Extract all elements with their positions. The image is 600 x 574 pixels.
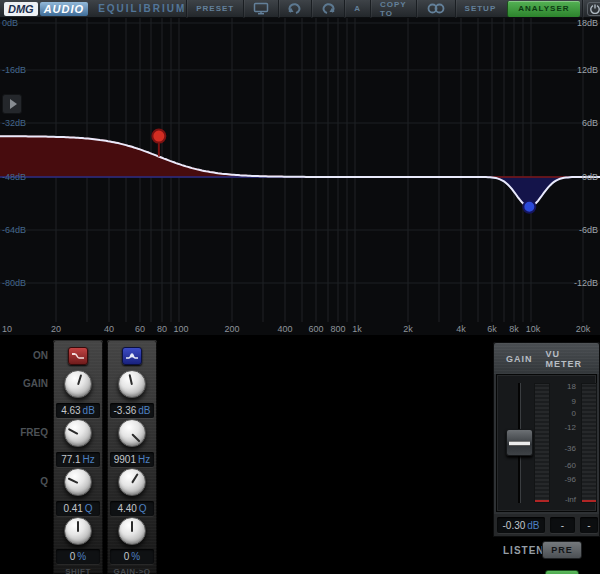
- power-button[interactable]: [582, 0, 600, 18]
- knob-pointer: [77, 374, 82, 385]
- band2-freq-value[interactable]: 9901Hz: [110, 452, 154, 467]
- setup-button[interactable]: SETUP: [455, 0, 506, 18]
- meter-scale-label: 9: [546, 397, 576, 406]
- band2-footer-label: GAIN->Q: [107, 567, 157, 574]
- notch-band-fill: [0, 177, 600, 207]
- band2-shift-knob[interactable]: [118, 517, 146, 545]
- copy-to-button[interactable]: COPY TO: [370, 0, 416, 18]
- band2-handle[interactable]: [523, 201, 535, 213]
- freq-tick-label: 80: [157, 324, 167, 334]
- freq-tick-label: 1k: [352, 324, 362, 334]
- knob-pointer: [77, 521, 79, 532]
- channel-link-icon[interactable]: [416, 0, 455, 18]
- knob-pointer: [131, 521, 133, 532]
- preset-button[interactable]: PRESET: [186, 0, 243, 18]
- meter-scale-label: 0: [546, 409, 576, 418]
- left-db-label: -32dB: [2, 118, 26, 128]
- left-db-label: -16dB: [2, 65, 26, 75]
- freq-tick-label: 800: [330, 324, 345, 334]
- redo-icon[interactable]: [311, 0, 344, 18]
- power-icon: [587, 2, 600, 16]
- band1-strip: 4.63dB 77.1Hz 0.41Q 0% SHIFT: [53, 340, 103, 574]
- bypass-green-button[interactable]: [545, 570, 579, 574]
- equilibrium-plugin-window: DMG AUDIO EQUILIBRIUM PRESET A COPY TO S…: [0, 0, 600, 574]
- band2-strip: -3.36dB 9901Hz 4.40Q 0% GAIN->Q: [107, 340, 157, 574]
- row-label-gain: GAIN: [0, 378, 48, 389]
- output-panel-header: GAIN VU METER: [494, 343, 599, 374]
- clip-indicator[interactable]: [582, 500, 596, 502]
- tab-vu-meter[interactable]: VU METER: [546, 349, 600, 369]
- freq-tick-label: 200: [224, 324, 239, 334]
- left-db-label: -48dB: [2, 172, 26, 182]
- band1-shift-knob[interactable]: [64, 517, 92, 545]
- left-db-label: 0dB: [2, 18, 18, 28]
- meter-readout-right[interactable]: -: [580, 517, 598, 533]
- play-icon: [10, 99, 17, 109]
- analyser-button[interactable]: ANALYSER: [507, 1, 579, 17]
- vu-meter-right: [581, 383, 597, 503]
- freq-tick-label: 20: [51, 324, 61, 334]
- freq-tick-label: 4k: [456, 324, 466, 334]
- band1-enable-button[interactable]: [68, 347, 88, 365]
- freq-tick-label: 400: [277, 324, 292, 334]
- output-gain-value[interactable]: -0.30dB: [497, 517, 545, 533]
- band2-shift-value[interactable]: 0%: [110, 549, 154, 564]
- fader-stripe: [509, 442, 530, 445]
- band2-q-value[interactable]: 4.40Q: [110, 501, 154, 516]
- band2-enable-button[interactable]: [122, 347, 142, 365]
- undo-icon[interactable]: [278, 0, 311, 18]
- band1-footer-label: SHIFT: [53, 567, 103, 574]
- right-db-label: 6dB: [582, 118, 598, 128]
- row-label-freq: FREQ: [0, 427, 48, 438]
- bell-filter-icon: [125, 351, 139, 361]
- band1-freq-value[interactable]: 77.1Hz: [56, 452, 100, 467]
- right-db-label: -6dB: [579, 225, 598, 235]
- listen-pre-button[interactable]: PRE: [542, 541, 582, 559]
- right-db-label: 18dB: [577, 18, 598, 28]
- left-db-label: -64dB: [2, 225, 26, 235]
- title-bar: DMG AUDIO EQUILIBRIUM PRESET A COPY TO S…: [0, 0, 600, 18]
- freq-tick-label: 60: [135, 324, 145, 334]
- eq-graph[interactable]: 0dB -16dB -32dB -48dB -64dB -80dB 18dB 1…: [0, 18, 600, 335]
- plugin-title: EQUILIBRIUM: [98, 3, 186, 14]
- freq-tick-label: 20k: [576, 324, 591, 334]
- meter-scale-label: -inf: [546, 495, 576, 504]
- band1-gain-knob[interactable]: [64, 370, 92, 398]
- band2-freq-knob[interactable]: [118, 419, 146, 447]
- band1-shift-value[interactable]: 0%: [56, 549, 100, 564]
- row-label-on: ON: [0, 350, 48, 361]
- ab-compare-button[interactable]: A: [344, 0, 370, 18]
- meter-readout-left[interactable]: -: [550, 517, 575, 533]
- low-shelf-band-fill: [0, 136, 600, 177]
- control-section: ON GAIN FREQ Q 4.63dB 77.1Hz 0.41Q 0%: [0, 335, 600, 574]
- monitor-icon[interactable]: [243, 0, 278, 18]
- row-label-q: Q: [0, 476, 48, 487]
- freq-tick-label: 8k: [509, 324, 519, 334]
- meter-scale-label: 18: [546, 382, 576, 391]
- freq-tick-label: 40: [104, 324, 114, 334]
- band2-gain-value[interactable]: -3.36dB: [110, 403, 154, 418]
- knob-pointer: [131, 433, 140, 442]
- right-db-label: 0dB: [582, 172, 598, 182]
- band2-q-knob[interactable]: [118, 468, 146, 496]
- analyser-play-button[interactable]: [2, 94, 22, 114]
- band2-gain-knob[interactable]: [118, 370, 146, 398]
- tab-gain[interactable]: GAIN: [506, 354, 533, 364]
- band1-gain-value[interactable]: 4.63dB: [56, 403, 100, 418]
- band1-q-knob[interactable]: [64, 468, 92, 496]
- audio-logo: AUDIO: [40, 2, 88, 16]
- low-shelf-icon: [71, 351, 85, 361]
- meter-scale-label: -96: [546, 475, 576, 484]
- dmg-logo: DMG: [4, 2, 38, 16]
- freq-tick-label: 10k: [526, 324, 541, 334]
- output-gain-fader-handle[interactable]: [506, 429, 533, 456]
- band1-handle[interactable]: [152, 130, 165, 143]
- meter-scale-label: -36: [546, 444, 576, 453]
- left-db-label: -80dB: [2, 278, 26, 288]
- knob-pointer: [131, 473, 139, 483]
- band1-q-value[interactable]: 0.41Q: [56, 501, 100, 516]
- meter-area: 18 9 0 -12 -36 -60 -96 -inf: [496, 374, 597, 512]
- freq-tick-label: 10: [2, 324, 12, 334]
- band1-freq-knob[interactable]: [64, 419, 92, 447]
- meter-scale-label: -12: [546, 423, 576, 432]
